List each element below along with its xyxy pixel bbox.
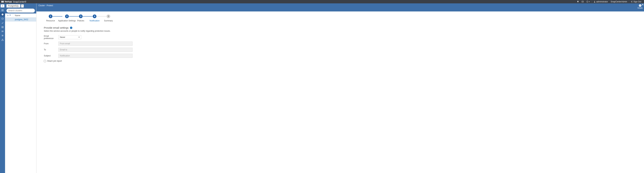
signout-icon [631,1,633,3]
help-button[interactable]: ? ▼ [585,0,592,3]
user-icon [594,1,596,3]
wizard-step-label: Notification [90,19,100,22]
sign-out-button[interactable]: Sign Out [629,0,643,3]
nav-reports[interactable] [0,21,5,25]
flag-icon [9,14,11,16]
nav-dashboard[interactable] [0,8,5,12]
wizard-step-number: 4 [93,14,96,18]
gauge-icon [1,17,4,20]
resource-row-name: postgres_5432 [13,18,28,21]
chevron-right-icon [2,5,4,7]
nav-hosts[interactable] [0,25,5,29]
help-icon: ? [586,1,588,3]
nav-expand-button[interactable] [1,4,4,7]
subject-input[interactable] [58,54,132,58]
details-button[interactable]: Details [638,4,643,9]
plugin-select-label: PostgreSQL [8,5,19,7]
wizard-step-number: 2 [65,14,69,18]
wizard-steps: 1 Resource 2 Application Settings 3 Poli… [44,14,639,22]
nav-monitor[interactable] [0,16,5,21]
wizard-step-notification[interactable]: 4 Notification [88,14,101,22]
brand-product: SnapCenter® [13,0,26,3]
brand-company: NetApp [5,0,12,3]
attach-report-label: Attach job report [47,60,62,62]
nav-rail [0,3,5,173]
storage-icon [1,30,4,32]
user-name: administrator [596,0,608,3]
info-icon[interactable]: i [70,27,72,29]
svg-rect-9 [3,10,3,11]
grid-icon [1,9,4,11]
chart-icon [1,22,4,24]
wizard-step-label: Summary [104,19,112,22]
nav-storage[interactable] [0,29,5,33]
svg-point-5 [594,1,595,2]
brand: NetApp SnapCenter® [1,0,26,3]
svg-rect-16 [2,31,2,32]
svg-rect-1 [2,1,3,2]
svg-rect-21 [2,39,2,40]
svg-rect-0 [1,1,2,2]
resource-list-header: Name [5,13,36,17]
notifications-button[interactable] [576,0,580,3]
app-header: NetApp SnapCenter® ? ▼ administrator Sna… [0,0,644,3]
hosts-icon [1,26,4,28]
nav-settings[interactable] [0,33,5,37]
attach-report-checkbox[interactable] [44,60,46,62]
svg-rect-7 [3,9,3,10]
sort-icon [7,14,9,16]
plugin-select[interactable]: PostgreSQL [6,4,20,7]
email-pref-select[interactable]: Never [58,35,81,39]
nav-alerts[interactable] [0,37,5,42]
main-header: Cluster - Protect ✕ Details [36,3,644,11]
subject-label: Subject [44,55,58,57]
svg-rect-24 [640,5,640,6]
wizard-step-policies[interactable]: 3 Policies [74,14,88,22]
column-name[interactable]: Name [13,14,20,17]
svg-rect-14 [2,31,2,31]
svg-rect-15 [3,31,4,31]
details-label: Details [638,7,643,9]
breadcrumb: Cluster - Protect [38,4,642,7]
caret-down-icon [22,5,23,6]
svg-rect-2 [3,1,4,2]
section-title: Provide email settings i [44,26,639,29]
plugin-select-caret[interactable] [21,4,24,7]
to-input[interactable] [58,48,132,52]
info-icon [638,4,642,7]
svg-point-10 [2,13,4,15]
main-area: Cluster - Protect ✕ Details 1 Resource 2… [36,3,644,173]
wizard-step-resource[interactable]: 1 Resource [44,14,57,22]
svg-text:?: ? [587,1,588,2]
sort-button[interactable] [5,13,13,17]
netapp-logo-icon [1,0,4,3]
warning-icon [1,39,4,41]
nav-resources[interactable] [0,12,5,16]
shield-check-icon [1,13,4,16]
resource-row[interactable]: postgres_5432 [5,17,36,21]
wizard-step-appsettings[interactable]: 2 Application Settings [58,14,76,22]
svg-rect-8 [2,10,2,11]
role-label[interactable]: SnapCenterAdmin [609,0,628,3]
from-input[interactable] [58,42,132,46]
wizard-step-number: 3 [79,14,82,18]
caret-down-icon: ▼ [589,1,590,2]
wizard-step-number: 1 [49,14,52,18]
svg-rect-12 [2,26,3,27]
bell-icon [577,1,579,3]
from-label: From [44,42,58,45]
to-label: To [44,48,58,51]
resource-panel: PostgreSQL Name postgres_5432 [5,3,36,173]
search-input[interactable] [6,8,35,13]
svg-point-19 [3,35,3,35]
svg-point-20 [2,36,2,36]
wizard-step-summary[interactable]: 5 Summary [102,14,115,22]
user-menu[interactable]: administrator [592,0,609,3]
mail-icon [582,1,584,3]
wizard-step-number: 5 [106,14,110,18]
wizard-step-label: Policies [77,19,84,22]
email-pref-label: Email preference [44,35,58,40]
email-pref-value: Never [60,36,65,38]
wizard-step-label: Application Settings [58,19,76,22]
messages-button[interactable] [580,0,585,3]
